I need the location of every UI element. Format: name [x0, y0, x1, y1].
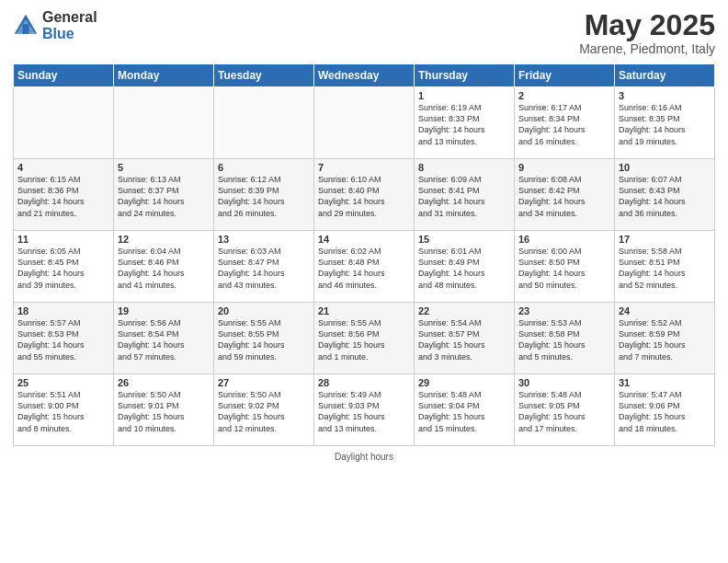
title-block: May 2025 Marene, Piedmont, Italy: [579, 9, 715, 56]
day-info: Sunrise: 6:00 AM Sunset: 8:50 PM Dayligh…: [518, 246, 610, 291]
day-number: 24: [619, 305, 711, 316]
weekday-header-sunday: Sunday: [14, 64, 114, 87]
footer-text: Daylight hours: [335, 452, 393, 462]
day-info: Sunrise: 6:08 AM Sunset: 8:42 PM Dayligh…: [518, 174, 610, 219]
day-number: 4: [17, 162, 109, 173]
calendar-cell: 8Sunrise: 6:09 AM Sunset: 8:41 PM Daylig…: [415, 159, 515, 231]
day-number: 15: [418, 234, 510, 245]
calendar-cell: 24Sunrise: 5:52 AM Sunset: 8:59 PM Dayli…: [615, 303, 715, 374]
calendar-cell: 15Sunrise: 6:01 AM Sunset: 8:49 PM Dayli…: [415, 231, 515, 303]
calendar-cell: 11Sunrise: 6:05 AM Sunset: 8:45 PM Dayli…: [14, 231, 114, 303]
page: General Blue May 2025 Marene, Piedmont, …: [0, 0, 728, 563]
month-title: May 2025: [579, 9, 715, 41]
day-number: 11: [17, 234, 109, 245]
day-info: Sunrise: 5:52 AM Sunset: 8:59 PM Dayligh…: [619, 317, 711, 362]
logo-text: General Blue: [42, 9, 97, 41]
weekday-header-saturday: Saturday: [615, 64, 715, 87]
calendar-cell: 28Sunrise: 5:49 AM Sunset: 9:03 PM Dayli…: [314, 374, 415, 446]
day-info: Sunrise: 5:54 AM Sunset: 8:57 PM Dayligh…: [418, 317, 510, 362]
day-number: 1: [418, 90, 510, 101]
day-info: Sunrise: 5:50 AM Sunset: 9:01 PM Dayligh…: [118, 389, 210, 434]
day-info: Sunrise: 6:10 AM Sunset: 8:40 PM Dayligh…: [318, 174, 410, 219]
calendar-week-row: 1Sunrise: 6:19 AM Sunset: 8:33 PM Daylig…: [14, 87, 715, 159]
day-info: Sunrise: 6:01 AM Sunset: 8:49 PM Dayligh…: [418, 246, 510, 291]
calendar-cell: [314, 87, 415, 159]
day-number: 14: [318, 234, 410, 245]
calendar-cell: 6Sunrise: 6:12 AM Sunset: 8:39 PM Daylig…: [214, 159, 314, 231]
calendar-cell: 30Sunrise: 5:48 AM Sunset: 9:05 PM Dayli…: [515, 374, 615, 446]
calendar-cell: 21Sunrise: 5:55 AM Sunset: 8:56 PM Dayli…: [314, 303, 415, 374]
calendar-week-row: 25Sunrise: 5:51 AM Sunset: 9:00 PM Dayli…: [14, 374, 715, 446]
calendar-cell: [114, 87, 214, 159]
weekday-header-friday: Friday: [515, 64, 615, 87]
day-info: Sunrise: 6:19 AM Sunset: 8:33 PM Dayligh…: [418, 102, 510, 147]
footer: Daylight hours: [13, 452, 715, 462]
day-number: 12: [118, 234, 210, 245]
weekday-header-row: SundayMondayTuesdayWednesdayThursdayFrid…: [14, 64, 715, 87]
calendar-week-row: 18Sunrise: 5:57 AM Sunset: 8:53 PM Dayli…: [14, 303, 715, 374]
calendar-cell: 2Sunrise: 6:17 AM Sunset: 8:34 PM Daylig…: [515, 87, 615, 159]
calendar-cell: 31Sunrise: 5:47 AM Sunset: 9:06 PM Dayli…: [615, 374, 715, 446]
logo-blue-text: Blue: [42, 26, 97, 42]
day-info: Sunrise: 5:53 AM Sunset: 8:58 PM Dayligh…: [518, 317, 610, 362]
calendar-cell: 22Sunrise: 5:54 AM Sunset: 8:57 PM Dayli…: [415, 303, 515, 374]
weekday-header-monday: Monday: [114, 64, 214, 87]
day-number: 3: [619, 90, 711, 101]
weekday-header-thursday: Thursday: [415, 64, 515, 87]
day-number: 20: [218, 305, 310, 316]
calendar-cell: 4Sunrise: 6:15 AM Sunset: 8:36 PM Daylig…: [14, 159, 114, 231]
day-info: Sunrise: 6:03 AM Sunset: 8:47 PM Dayligh…: [218, 246, 310, 291]
day-number: 2: [518, 90, 610, 101]
day-info: Sunrise: 6:02 AM Sunset: 8:48 PM Dayligh…: [318, 246, 410, 291]
day-number: 25: [17, 377, 109, 388]
logo-icon: [13, 13, 39, 39]
calendar-cell: 13Sunrise: 6:03 AM Sunset: 8:47 PM Dayli…: [214, 231, 314, 303]
day-number: 16: [518, 234, 610, 245]
day-number: 10: [619, 162, 711, 173]
day-info: Sunrise: 5:48 AM Sunset: 9:05 PM Dayligh…: [518, 389, 610, 434]
day-number: 31: [619, 377, 711, 388]
calendar-cell: 25Sunrise: 5:51 AM Sunset: 9:00 PM Dayli…: [14, 374, 114, 446]
calendar-cell: [214, 87, 314, 159]
day-info: Sunrise: 6:15 AM Sunset: 8:36 PM Dayligh…: [17, 174, 109, 219]
calendar-cell: 9Sunrise: 6:08 AM Sunset: 8:42 PM Daylig…: [515, 159, 615, 231]
weekday-header-tuesday: Tuesday: [214, 64, 314, 87]
day-info: Sunrise: 5:47 AM Sunset: 9:06 PM Dayligh…: [619, 389, 711, 434]
day-info: Sunrise: 6:17 AM Sunset: 8:34 PM Dayligh…: [518, 102, 610, 147]
day-number: 30: [518, 377, 610, 388]
calendar-cell: 23Sunrise: 5:53 AM Sunset: 8:58 PM Dayli…: [515, 303, 615, 374]
calendar-cell: 29Sunrise: 5:48 AM Sunset: 9:04 PM Dayli…: [415, 374, 515, 446]
day-info: Sunrise: 5:57 AM Sunset: 8:53 PM Dayligh…: [17, 317, 109, 362]
day-number: 21: [318, 305, 410, 316]
calendar-cell: 3Sunrise: 6:16 AM Sunset: 8:35 PM Daylig…: [615, 87, 715, 159]
day-info: Sunrise: 6:12 AM Sunset: 8:39 PM Dayligh…: [218, 174, 310, 219]
calendar-cell: 5Sunrise: 6:13 AM Sunset: 8:37 PM Daylig…: [114, 159, 214, 231]
day-number: 27: [218, 377, 310, 388]
calendar-week-row: 11Sunrise: 6:05 AM Sunset: 8:45 PM Dayli…: [14, 231, 715, 303]
calendar-cell: 10Sunrise: 6:07 AM Sunset: 8:43 PM Dayli…: [615, 159, 715, 231]
calendar-cell: 7Sunrise: 6:10 AM Sunset: 8:40 PM Daylig…: [314, 159, 415, 231]
day-info: Sunrise: 5:56 AM Sunset: 8:54 PM Dayligh…: [118, 317, 210, 362]
day-number: 29: [418, 377, 510, 388]
day-info: Sunrise: 6:04 AM Sunset: 8:46 PM Dayligh…: [118, 246, 210, 291]
day-info: Sunrise: 6:05 AM Sunset: 8:45 PM Dayligh…: [17, 246, 109, 291]
day-info: Sunrise: 5:58 AM Sunset: 8:51 PM Dayligh…: [619, 246, 711, 291]
day-info: Sunrise: 5:48 AM Sunset: 9:04 PM Dayligh…: [418, 389, 510, 434]
day-number: 18: [17, 305, 109, 316]
day-info: Sunrise: 5:55 AM Sunset: 8:55 PM Dayligh…: [218, 317, 310, 362]
logo-general-text: General: [42, 9, 97, 26]
day-info: Sunrise: 6:07 AM Sunset: 8:43 PM Dayligh…: [619, 174, 711, 219]
day-info: Sunrise: 6:16 AM Sunset: 8:35 PM Dayligh…: [619, 102, 711, 147]
day-number: 28: [318, 377, 410, 388]
day-number: 22: [418, 305, 510, 316]
calendar-cell: 14Sunrise: 6:02 AM Sunset: 8:48 PM Dayli…: [314, 231, 415, 303]
logo: General Blue: [13, 9, 97, 41]
calendar-cell: 16Sunrise: 6:00 AM Sunset: 8:50 PM Dayli…: [515, 231, 615, 303]
day-number: 26: [118, 377, 210, 388]
calendar-cell: 1Sunrise: 6:19 AM Sunset: 8:33 PM Daylig…: [415, 87, 515, 159]
day-number: 8: [418, 162, 510, 173]
svg-rect-2: [23, 24, 29, 34]
day-number: 7: [318, 162, 410, 173]
calendar-cell: 27Sunrise: 5:50 AM Sunset: 9:02 PM Dayli…: [214, 374, 314, 446]
calendar-cell: 12Sunrise: 6:04 AM Sunset: 8:46 PM Dayli…: [114, 231, 214, 303]
